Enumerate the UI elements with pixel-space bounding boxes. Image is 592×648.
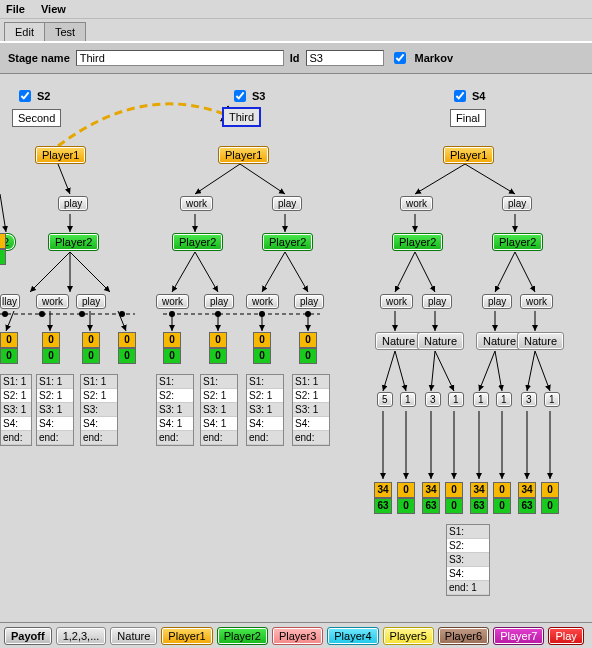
action-play[interactable]: play <box>502 196 532 211</box>
node-player2[interactable]: Player2 <box>392 233 443 251</box>
pay-g[interactable]: 0 <box>82 348 100 364</box>
nat-1[interactable]: 1 <box>448 392 464 407</box>
sbox[interactable]: S1: 1S2: 1S3: 1S4:end: <box>292 374 330 446</box>
pay-g[interactable]: 0 <box>163 348 181 364</box>
node-player1[interactable]: Player1 <box>443 146 494 164</box>
pay-o[interactable]: 0 <box>163 332 181 348</box>
btn-numbers[interactable]: 1,2,3,... <box>56 627 107 645</box>
node-nature[interactable]: Nature <box>375 332 422 350</box>
node-nature[interactable]: Nature <box>517 332 564 350</box>
pay-o[interactable]: 0 <box>493 482 511 498</box>
stagebox-second[interactable]: Second <box>12 109 61 127</box>
pay-o[interactable]: 34 <box>518 482 536 498</box>
sbox[interactable]: S1: 1S2: 1S3: 1S4:end: <box>36 374 74 446</box>
menu-view[interactable]: View <box>41 3 66 15</box>
action-work[interactable]: work <box>180 196 213 211</box>
btn-player6[interactable]: Player6 <box>438 627 489 645</box>
btn-player7[interactable]: Player7 <box>493 627 544 645</box>
pay-o[interactable] <box>0 233 6 249</box>
nat-1[interactable]: 1 <box>473 392 489 407</box>
node-player2[interactable]: Player2 <box>492 233 543 251</box>
nat-5[interactable]: 5 <box>377 392 393 407</box>
action-play[interactable]: llay <box>0 294 20 309</box>
pay-g[interactable] <box>0 249 6 265</box>
node-player1[interactable]: Player1 <box>218 146 269 164</box>
sbox[interactable]: S1:S2:S3: 1S4: 1end: <box>156 374 194 446</box>
action-play[interactable]: play <box>58 196 88 211</box>
stagebox-third[interactable]: Third <box>222 107 261 127</box>
sbox[interactable]: S1:S2:S3:S4:end: 1 <box>446 524 490 596</box>
action-play[interactable]: play <box>76 294 106 309</box>
pay-o[interactable]: 34 <box>470 482 488 498</box>
action-work[interactable]: work <box>156 294 189 309</box>
node-player1[interactable]: Player1 <box>35 146 86 164</box>
checkbox-s4[interactable] <box>454 90 466 102</box>
pay-g[interactable]: 0 <box>445 498 463 514</box>
btn-player5[interactable]: Player5 <box>383 627 434 645</box>
action-play[interactable]: play <box>272 196 302 211</box>
tab-edit[interactable]: Edit <box>4 22 45 41</box>
nat-3[interactable]: 3 <box>521 392 537 407</box>
pay-g[interactable]: 63 <box>374 498 392 514</box>
action-work[interactable]: work <box>36 294 69 309</box>
node-player2[interactable]: Player2 <box>48 233 99 251</box>
nat-3[interactable]: 3 <box>425 392 441 407</box>
pay-o[interactable]: 0 <box>445 482 463 498</box>
pay-g[interactable]: 0 <box>541 498 559 514</box>
node-nature[interactable]: Nature <box>417 332 464 350</box>
node-nature[interactable]: Nature <box>476 332 523 350</box>
sbox[interactable]: S1:S2: 1S3: 1S4: 1end: <box>200 374 238 446</box>
nat-1[interactable]: 1 <box>496 392 512 407</box>
btn-payoff[interactable]: Payoff <box>4 627 52 645</box>
pay-g[interactable]: 0 <box>209 348 227 364</box>
action-work[interactable]: work <box>246 294 279 309</box>
pay-o[interactable]: 0 <box>397 482 415 498</box>
pay-g[interactable]: 0 <box>397 498 415 514</box>
pay-o[interactable]: 0 <box>253 332 271 348</box>
action-work[interactable]: work <box>400 196 433 211</box>
markov-checkbox[interactable] <box>394 52 406 64</box>
menu-file[interactable]: File <box>6 3 25 15</box>
pay-o[interactable]: 0 <box>541 482 559 498</box>
pay-o[interactable]: 0 <box>82 332 100 348</box>
pay-g[interactable]: 0 <box>0 348 18 364</box>
action-play[interactable]: play <box>294 294 324 309</box>
pay-g[interactable]: 0 <box>493 498 511 514</box>
pay-o[interactable]: 0 <box>209 332 227 348</box>
pay-o[interactable]: 0 <box>118 332 136 348</box>
pay-g[interactable]: 0 <box>118 348 136 364</box>
action-play[interactable]: play <box>482 294 512 309</box>
btn-player3[interactable]: Player3 <box>272 627 323 645</box>
btn-player4[interactable]: Player4 <box>327 627 378 645</box>
pay-g[interactable]: 63 <box>422 498 440 514</box>
node-player2[interactable]: Player2 <box>172 233 223 251</box>
btn-nature[interactable]: Nature <box>110 627 157 645</box>
checkbox-s2[interactable] <box>19 90 31 102</box>
pay-g[interactable]: 63 <box>470 498 488 514</box>
pay-o[interactable]: 34 <box>374 482 392 498</box>
nat-1[interactable]: 1 <box>544 392 560 407</box>
pay-g[interactable]: 0 <box>42 348 60 364</box>
btn-player2[interactable]: Player2 <box>217 627 268 645</box>
pay-g[interactable]: 0 <box>299 348 317 364</box>
action-play[interactable]: play <box>204 294 234 309</box>
sbox[interactable]: S1: 1S2: 1S3: 1S4:end: <box>0 374 32 446</box>
stage-id-input[interactable] <box>306 50 384 66</box>
node-player2[interactable]: Player2 <box>262 233 313 251</box>
sbox[interactable]: S1:S2: 1S3: 1S4:end: <box>246 374 284 446</box>
tree-canvas[interactable]: S2 S3 S4 Second Third Final Player1 Play… <box>0 74 592 614</box>
action-work[interactable]: work <box>380 294 413 309</box>
pay-o[interactable]: 0 <box>299 332 317 348</box>
sbox[interactable]: S1: 1S2: 1S3:S4:end: <box>80 374 118 446</box>
tab-test[interactable]: Test <box>44 22 86 41</box>
pay-g[interactable]: 0 <box>253 348 271 364</box>
btn-player8[interactable]: Play <box>548 627 583 645</box>
pay-o[interactable]: 0 <box>0 332 18 348</box>
stage-name-input[interactable] <box>76 50 284 66</box>
pay-g[interactable]: 63 <box>518 498 536 514</box>
pay-o[interactable]: 0 <box>42 332 60 348</box>
pay-o[interactable]: 34 <box>422 482 440 498</box>
nat-1[interactable]: 1 <box>400 392 416 407</box>
btn-player1[interactable]: Player1 <box>161 627 212 645</box>
action-play[interactable]: play <box>422 294 452 309</box>
